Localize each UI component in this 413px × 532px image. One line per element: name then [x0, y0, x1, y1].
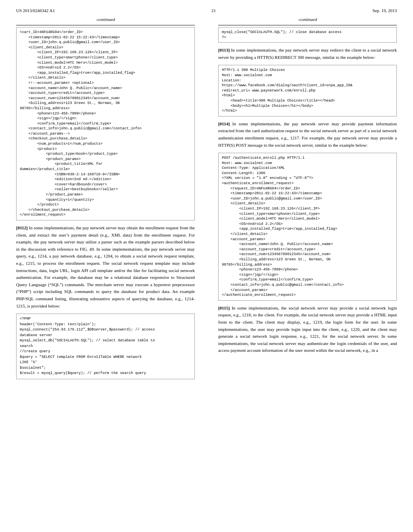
left-code-block-1: <cart_ID>4NFU4RG94</order_ID> <timestamp… [16, 27, 195, 220]
para-text-0115: In some implementations, the social netw… [218, 305, 397, 353]
left-continued-label: -continued [16, 17, 195, 22]
right-column: -continued mysql_close("SOCIALAUTH.SQL")… [218, 17, 397, 383]
paragraph-0114: [0114] In some implementations, the pay … [218, 121, 397, 149]
php-code-block: <?PHP header('Content-Type: text/plain')… [16, 314, 195, 379]
patent-number: US 2013/0246342 A1 [16, 8, 55, 13]
para-text-0112: In some implementations, the pay network… [16, 225, 195, 308]
patent-date: Sep. 19, 2013 [373, 8, 397, 13]
paragraph-0113: [0113] In some implementations, the pay … [218, 47, 397, 61]
patent-page: US 2013/0246342 A1 21 Sep. 19, 2013 -con… [0, 0, 413, 532]
page-number: 21 [211, 8, 216, 13]
right-top-divider [218, 25, 397, 25]
para-text-0113: In some implementations, the pay network… [218, 48, 397, 60]
para-text-0114: In some implementations, the pay network… [218, 121, 397, 148]
right-continued-label: -continued [218, 17, 397, 22]
left-column: -continued <cart_ID>4NFU4RG94</order_ID>… [16, 17, 195, 383]
paragraph-0115: [0115] In some implementations, the soci… [218, 305, 397, 354]
left-top-divider [16, 25, 195, 25]
para-num-0112: [0112] [16, 225, 28, 230]
para-num-0113: [0113] [218, 48, 230, 52]
main-content: -continued <cart_ID>4NFU4RG94</order_ID>… [16, 17, 397, 383]
http300-code-block: HTTP/1.1 300 Multiple Choices Host: www.… [218, 65, 397, 116]
right-mysql-close-block: mysql_close("SOCIALAUTH.SQL"); // close … [218, 27, 397, 43]
paragraph-0112: [0112] In some implementations, the pay … [16, 224, 195, 310]
post-code-block: POST /authenticate_enroll.php HTTP/1.1 H… [218, 153, 397, 301]
para-num-0114: [0114] [218, 121, 230, 126]
page-header: US 2013/0246342 A1 21 Sep. 19, 2013 [16, 8, 397, 13]
para-num-0115: [0115] [218, 305, 230, 310]
